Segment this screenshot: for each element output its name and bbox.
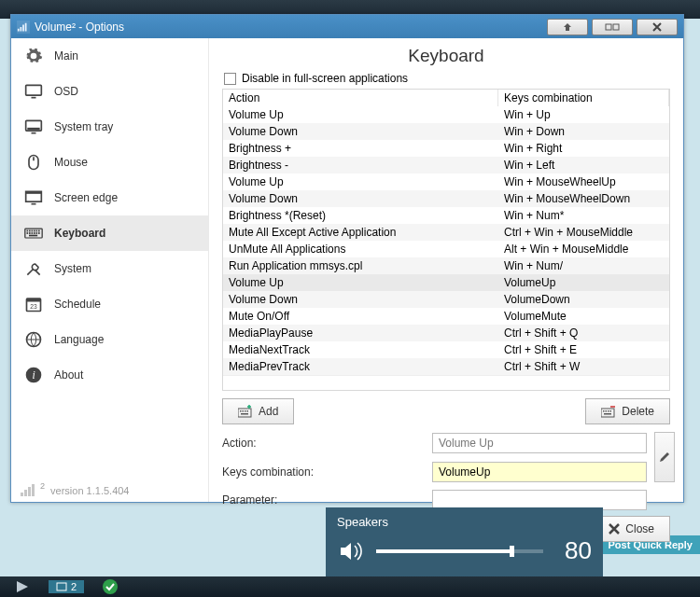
sidebar-item-label: Main [54, 49, 78, 62]
cell-keys: Ctrl + Win + MouseMiddle [498, 224, 669, 241]
edit-button[interactable] [654, 432, 675, 482]
table-row[interactable]: Volume UpWin + MouseWheelUp [223, 174, 669, 190]
sidebar-item-label: OSD [54, 85, 78, 98]
table-row[interactable]: MediaPrevTrackCtrl + Shift + W [223, 358, 669, 375]
table-row[interactable]: Volume DownVolumeDown [223, 291, 669, 308]
sidebar-item-systray[interactable]: System tray [11, 109, 208, 145]
col-action[interactable]: Action [223, 90, 498, 106]
keys-input[interactable] [432, 462, 647, 482]
cell-keys: Win + MouseWheelDown [498, 190, 669, 207]
screenedge-icon [24, 188, 43, 207]
table-row[interactable]: Volume DownWin + Down [223, 123, 669, 140]
cell-keys: Ctrl + Shift + E [498, 341, 669, 358]
cell-keys: VolumeDown [498, 291, 669, 308]
table-row[interactable]: Brightness +Win + Right [223, 140, 669, 157]
taskbar-badge[interactable]: 2 [49, 580, 84, 593]
sidebar-item-language[interactable]: Language [11, 322, 208, 357]
sidebar-item-main[interactable]: Main [11, 38, 208, 74]
titlebar[interactable]: Volume² - Options [11, 15, 683, 38]
volume-osd: Speakers 80 [326, 507, 603, 579]
mouse-icon [24, 153, 43, 172]
table-row[interactable]: Volume DownWin + MouseWheelDown [223, 190, 669, 207]
monitor-icon [24, 82, 43, 101]
cell-action: Mute All Except Active Application [223, 224, 498, 241]
sidebar-item-screenedge[interactable]: Screen edge [11, 180, 208, 215]
fullscreen-checkbox[interactable] [224, 73, 236, 85]
table-row[interactable]: Brightness *(Reset)Win + Num* [223, 207, 669, 224]
close-button[interactable]: Close [593, 516, 670, 542]
table-header[interactable]: Action Keys combination [223, 90, 669, 106]
svg-rect-24 [29, 235, 37, 237]
volume-value: 80 [554, 536, 592, 565]
taskbar-app-icon[interactable] [13, 578, 32, 595]
close-window-button[interactable] [637, 19, 678, 35]
svg-rect-42 [604, 413, 611, 415]
svg-rect-20 [32, 232, 34, 234]
svg-rect-18 [27, 232, 29, 234]
svg-rect-36 [241, 413, 248, 415]
table-row[interactable]: MediaNextTrackCtrl + Shift + E [223, 341, 669, 358]
keys-label: Keys combination: [222, 465, 432, 479]
page-title: Keyboard [222, 46, 670, 66]
table-row[interactable]: Run Application mmsys.cplWin + Num/ [223, 257, 669, 274]
table-row[interactable]: Mute All Except Active ApplicationCtrl +… [223, 224, 669, 241]
cell-keys: Win + Up [498, 106, 669, 123]
svg-rect-1 [606, 24, 611, 30]
delete-button[interactable]: Delete [585, 398, 670, 424]
svg-rect-16 [36, 230, 38, 232]
svg-rect-35 [247, 410, 249, 412]
cell-keys: Win + Num* [498, 207, 669, 224]
svg-rect-4 [32, 97, 36, 99]
sidebar-item-osd[interactable]: OSD [11, 74, 208, 109]
cell-action: Brightness - [223, 157, 498, 174]
titlebar-button-1[interactable] [547, 19, 588, 35]
add-label: Add [259, 405, 278, 418]
sidebar-item-label: Keyboard [54, 227, 105, 240]
table-row[interactable]: Brightness -Win + Left [223, 157, 669, 174]
titlebar-button-2[interactable] [592, 19, 633, 35]
svg-rect-3 [26, 85, 42, 95]
svg-rect-37 [601, 409, 614, 417]
taskbar[interactable]: 2 [0, 576, 700, 597]
sidebar-item-system[interactable]: System [11, 251, 208, 286]
cell-keys: Win + Down [498, 123, 669, 140]
table-row[interactable]: Volume UpVolumeUp [223, 274, 669, 291]
keyboard-plus-icon [238, 405, 253, 418]
table-row[interactable]: Mute On/OffVolumeMute [223, 308, 669, 325]
cell-keys: Ctrl + Shift + W [498, 358, 669, 375]
sidebar-item-mouse[interactable]: Mouse [11, 145, 208, 180]
add-button[interactable]: Add [222, 398, 294, 424]
cell-action: Volume Down [223, 190, 498, 207]
volume-slider[interactable] [376, 549, 543, 553]
sidebar-item-schedule[interactable]: 23 Schedule [11, 286, 208, 322]
table-row[interactable]: Volume UpWin + Up [223, 106, 669, 123]
action-select[interactable]: Volume Up [432, 433, 647, 453]
col-keys[interactable]: Keys combination [498, 90, 669, 106]
param-label: Parameter: [222, 493, 432, 507]
svg-rect-6 [27, 128, 39, 131]
svg-rect-46 [57, 583, 66, 590]
svg-rect-12 [27, 230, 29, 232]
cell-action: MediaPlayPause [223, 325, 498, 341]
x-icon [609, 523, 620, 535]
speaker-icon [337, 537, 365, 565]
hotkey-table[interactable]: Action Keys combination Volume UpWin + U… [222, 89, 670, 391]
taskbar-app2-icon[interactable] [101, 578, 119, 595]
table-row[interactable]: MediaPlayPauseCtrl + Shift + Q [223, 325, 669, 341]
sidebar-item-label: Language [54, 333, 104, 346]
cell-action: Run Application mmsys.cpl [223, 257, 498, 274]
cell-keys: VolumeUp [498, 274, 669, 291]
sidebar-item-about[interactable]: i About [11, 357, 208, 393]
window-title: Volume² - Options [35, 21, 124, 34]
cell-action: Volume Down [223, 291, 498, 308]
cell-action: MediaPrevTrack [223, 358, 498, 375]
cell-action: Volume Up [223, 274, 498, 291]
gear-icon [24, 47, 43, 65]
delete-label: Delete [622, 405, 654, 418]
table-row[interactable]: UnMute All ApplicationsAlt + Win + Mouse… [223, 241, 669, 257]
sidebar-item-keyboard[interactable]: Keyboard [11, 215, 208, 251]
fullscreen-label: Disable in full-screen applications [242, 72, 408, 85]
svg-rect-32 [240, 410, 242, 412]
svg-rect-9 [26, 191, 42, 194]
svg-rect-10 [32, 203, 36, 205]
